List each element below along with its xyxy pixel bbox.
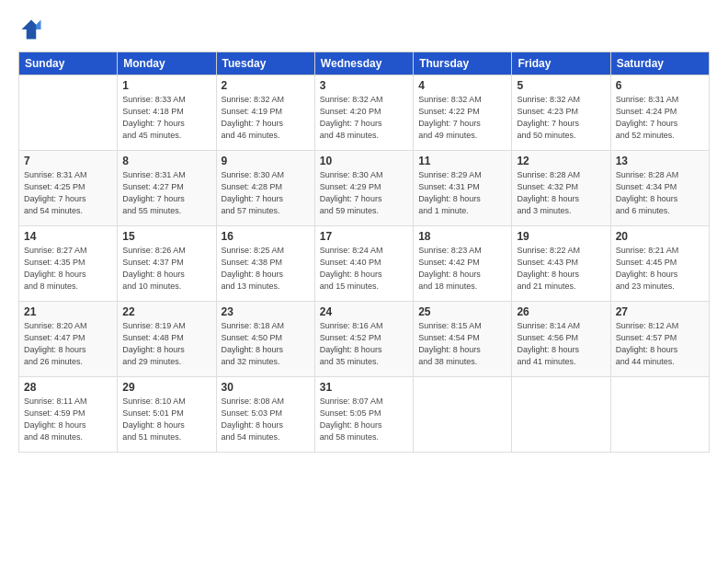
day-info: Sunrise: 8:14 AM Sunset: 4:56 PM Dayligh…: [517, 320, 605, 368]
day-info: Sunrise: 8:27 AM Sunset: 4:35 PM Dayligh…: [24, 245, 112, 293]
day-info: Sunrise: 8:08 AM Sunset: 5:03 PM Dayligh…: [222, 396, 310, 443]
weekday-header-wednesday: Wednesday: [314, 52, 413, 75]
day-info: Sunrise: 8:18 AM Sunset: 4:50 PM Dayligh…: [222, 320, 310, 368]
day-cell: 7Sunrise: 8:31 AM Sunset: 4:25 PM Daylig…: [19, 151, 118, 226]
weekday-header-monday: Monday: [118, 52, 216, 75]
day-number: 7: [24, 155, 112, 167]
week-row-5: 28Sunrise: 8:11 AM Sunset: 4:59 PM Dayli…: [19, 377, 710, 453]
day-info: Sunrise: 8:31 AM Sunset: 4:27 PM Dayligh…: [122, 169, 210, 217]
day-number: 16: [222, 230, 310, 243]
day-cell: 17Sunrise: 8:24 AM Sunset: 4:40 PM Dayli…: [314, 226, 413, 302]
day-number: 6: [616, 79, 704, 92]
day-cell: [414, 377, 512, 453]
weekday-header-saturday: Saturday: [610, 52, 709, 75]
day-info: Sunrise: 8:28 AM Sunset: 4:34 PM Dayligh…: [616, 169, 704, 217]
day-cell: 5Sunrise: 8:32 AM Sunset: 4:23 PM Daylig…: [512, 75, 610, 151]
day-number: 28: [24, 381, 112, 394]
day-info: Sunrise: 8:30 AM Sunset: 4:29 PM Dayligh…: [320, 169, 408, 217]
day-cell: 20Sunrise: 8:21 AM Sunset: 4:45 PM Dayli…: [610, 226, 709, 302]
weekday-header-thursday: Thursday: [414, 52, 512, 75]
day-cell: 28Sunrise: 8:11 AM Sunset: 4:59 PM Dayli…: [19, 377, 118, 453]
day-number: 21: [24, 305, 112, 318]
calendar-page: SundayMondayTuesdayWednesdayThursdayFrid…: [0, 0, 728, 563]
day-number: 17: [320, 230, 408, 243]
day-cell: 9Sunrise: 8:30 AM Sunset: 4:28 PM Daylig…: [216, 151, 314, 226]
day-cell: 23Sunrise: 8:18 AM Sunset: 4:50 PM Dayli…: [216, 302, 314, 377]
day-number: 8: [122, 155, 210, 167]
week-row-4: 21Sunrise: 8:20 AM Sunset: 4:47 PM Dayli…: [19, 302, 710, 377]
page-header: [18, 17, 710, 42]
day-info: Sunrise: 8:11 AM Sunset: 4:59 PM Dayligh…: [24, 396, 112, 443]
day-number: 20: [616, 230, 704, 243]
week-row-3: 14Sunrise: 8:27 AM Sunset: 4:35 PM Dayli…: [19, 226, 710, 302]
day-cell: [610, 377, 709, 453]
day-number: 22: [122, 305, 210, 318]
weekday-header-sunday: Sunday: [19, 52, 118, 75]
day-number: 24: [320, 305, 408, 318]
day-number: 11: [418, 155, 506, 167]
day-number: 3: [320, 79, 408, 92]
day-cell: 18Sunrise: 8:23 AM Sunset: 4:42 PM Dayli…: [414, 226, 512, 302]
day-info: Sunrise: 8:23 AM Sunset: 4:42 PM Dayligh…: [418, 245, 506, 293]
day-cell: 22Sunrise: 8:19 AM Sunset: 4:48 PM Dayli…: [118, 302, 216, 377]
logo: [18, 17, 48, 42]
logo-icon: [18, 17, 44, 42]
day-number: 9: [222, 155, 310, 167]
weekday-header-row: SundayMondayTuesdayWednesdayThursdayFrid…: [19, 52, 710, 75]
day-cell: 2Sunrise: 8:32 AM Sunset: 4:19 PM Daylig…: [216, 75, 314, 151]
day-cell: 15Sunrise: 8:26 AM Sunset: 4:37 PM Dayli…: [118, 226, 216, 302]
day-info: Sunrise: 8:12 AM Sunset: 4:57 PM Dayligh…: [616, 320, 704, 368]
day-cell: 8Sunrise: 8:31 AM Sunset: 4:27 PM Daylig…: [118, 151, 216, 226]
day-cell: 3Sunrise: 8:32 AM Sunset: 4:20 PM Daylig…: [314, 75, 413, 151]
day-info: Sunrise: 8:16 AM Sunset: 4:52 PM Dayligh…: [320, 320, 408, 368]
day-cell: 10Sunrise: 8:30 AM Sunset: 4:29 PM Dayli…: [314, 151, 413, 226]
day-number: 27: [616, 305, 704, 318]
day-info: Sunrise: 8:28 AM Sunset: 4:32 PM Dayligh…: [517, 169, 605, 217]
day-info: Sunrise: 8:32 AM Sunset: 4:20 PM Dayligh…: [320, 94, 408, 142]
day-number: 13: [616, 155, 704, 167]
day-number: 18: [418, 230, 506, 243]
weekday-header-tuesday: Tuesday: [216, 52, 314, 75]
day-cell: 21Sunrise: 8:20 AM Sunset: 4:47 PM Dayli…: [19, 302, 118, 377]
day-cell: 11Sunrise: 8:29 AM Sunset: 4:31 PM Dayli…: [414, 151, 512, 226]
day-cell: 24Sunrise: 8:16 AM Sunset: 4:52 PM Dayli…: [314, 302, 413, 377]
day-number: 26: [517, 305, 605, 318]
day-cell: 19Sunrise: 8:22 AM Sunset: 4:43 PM Dayli…: [512, 226, 610, 302]
day-cell: 14Sunrise: 8:27 AM Sunset: 4:35 PM Dayli…: [19, 226, 118, 302]
svg-marker-1: [36, 20, 40, 30]
day-cell: 16Sunrise: 8:25 AM Sunset: 4:38 PM Dayli…: [216, 226, 314, 302]
day-cell: 27Sunrise: 8:12 AM Sunset: 4:57 PM Dayli…: [610, 302, 709, 377]
day-cell: 4Sunrise: 8:32 AM Sunset: 4:22 PM Daylig…: [414, 75, 512, 151]
day-number: 19: [517, 230, 605, 243]
day-info: Sunrise: 8:30 AM Sunset: 4:28 PM Dayligh…: [222, 169, 310, 217]
day-cell: 26Sunrise: 8:14 AM Sunset: 4:56 PM Dayli…: [512, 302, 610, 377]
day-cell: 25Sunrise: 8:15 AM Sunset: 4:54 PM Dayli…: [414, 302, 512, 377]
day-info: Sunrise: 8:10 AM Sunset: 5:01 PM Dayligh…: [122, 396, 210, 443]
weekday-header-friday: Friday: [512, 52, 610, 75]
day-number: 15: [122, 230, 210, 243]
week-row-2: 7Sunrise: 8:31 AM Sunset: 4:25 PM Daylig…: [19, 151, 710, 226]
day-number: 12: [517, 155, 605, 167]
day-number: 2: [222, 79, 310, 92]
day-number: 4: [418, 79, 506, 92]
day-number: 1: [122, 79, 210, 92]
day-number: 29: [122, 381, 210, 394]
day-info: Sunrise: 8:31 AM Sunset: 4:24 PM Dayligh…: [616, 94, 704, 142]
day-cell: 1Sunrise: 8:33 AM Sunset: 4:18 PM Daylig…: [118, 75, 216, 151]
day-info: Sunrise: 8:20 AM Sunset: 4:47 PM Dayligh…: [24, 320, 112, 368]
calendar-table: SundayMondayTuesdayWednesdayThursdayFrid…: [18, 52, 710, 453]
day-cell: [19, 75, 118, 151]
day-info: Sunrise: 8:19 AM Sunset: 4:48 PM Dayligh…: [122, 320, 210, 368]
day-number: 23: [222, 305, 310, 318]
day-cell: 13Sunrise: 8:28 AM Sunset: 4:34 PM Dayli…: [610, 151, 709, 226]
day-cell: 6Sunrise: 8:31 AM Sunset: 4:24 PM Daylig…: [610, 75, 709, 151]
day-info: Sunrise: 8:26 AM Sunset: 4:37 PM Dayligh…: [122, 245, 210, 293]
day-number: 30: [222, 381, 310, 394]
day-info: Sunrise: 8:32 AM Sunset: 4:22 PM Dayligh…: [418, 94, 506, 142]
week-row-1: 1Sunrise: 8:33 AM Sunset: 4:18 PM Daylig…: [19, 75, 710, 151]
day-number: 10: [320, 155, 408, 167]
day-info: Sunrise: 8:29 AM Sunset: 4:31 PM Dayligh…: [418, 169, 506, 217]
day-cell: 31Sunrise: 8:07 AM Sunset: 5:05 PM Dayli…: [314, 377, 413, 453]
day-info: Sunrise: 8:25 AM Sunset: 4:38 PM Dayligh…: [222, 245, 310, 293]
day-info: Sunrise: 8:33 AM Sunset: 4:18 PM Dayligh…: [122, 94, 210, 142]
